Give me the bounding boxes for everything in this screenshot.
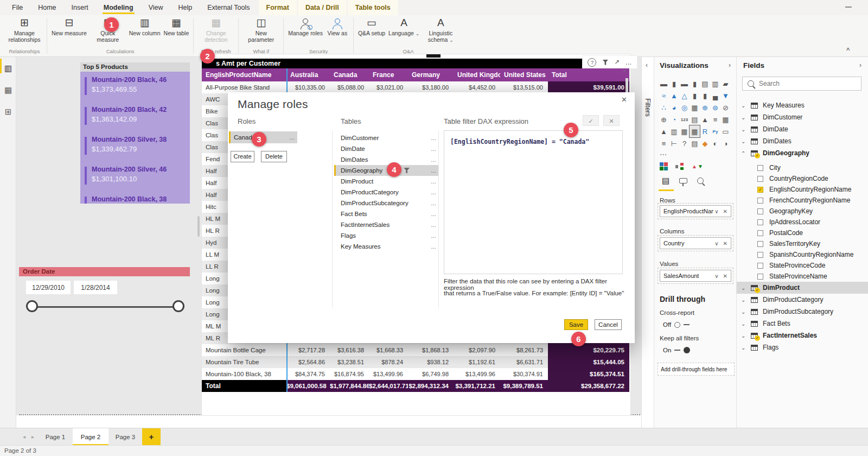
matrix-column-header-total[interactable]: Total — [548, 68, 629, 81]
100-stacked-bar-chart-icon[interactable]: ▤ — [700, 78, 710, 90]
matrix-column-header-germany[interactable]: Germany — [408, 68, 454, 81]
help-icon[interactable]: ? — [588, 58, 596, 67]
rows-field-pill[interactable]: EnglishProductName ∨ ✕ — [660, 205, 731, 217]
get-more-visuals-icon[interactable] — [660, 162, 668, 170]
build-fields-tab[interactable]: ▤ — [662, 176, 669, 186]
table-item-fact-bets[interactable]: Fact Bets… — [334, 208, 438, 219]
more-icon[interactable]: … — [431, 233, 438, 239]
funnel-chart-icon[interactable]: ▼ — [720, 90, 731, 102]
unchecked-checkbox[interactable] — [757, 274, 763, 280]
more-icon[interactable]: … — [431, 222, 438, 228]
clustered-bar-chart-icon[interactable]: ▬ — [679, 78, 690, 90]
delete-role-button[interactable]: Delete — [261, 151, 287, 162]
key-influencers-icon[interactable]: ◑ — [720, 137, 731, 149]
ribbon-tab-file[interactable]: File — [4, 0, 30, 15]
canvas-scrollbar[interactable] — [197, 216, 200, 237]
columns-field-pill[interactable]: Country ∨ ✕ — [660, 237, 731, 249]
treemap-icon[interactable]: ▦ — [690, 102, 700, 113]
fields-table-dimcustomer[interactable]: ⌄DimCustomer — [737, 111, 868, 123]
unchecked-checkbox[interactable] — [757, 198, 763, 204]
fields-table-dimproduct[interactable]: ⌄DimProduct — [737, 282, 868, 294]
manage-roles-button[interactable]: Manage roles — [286, 16, 324, 36]
field-item-city[interactable]: City — [737, 162, 868, 173]
save-button[interactable]: Save — [564, 319, 588, 330]
top5-list-item[interactable]: Mountain-200 Silver, 38$1,339,462.79 — [85, 136, 188, 157]
filled-map-icon[interactable]: ⊚ — [710, 102, 720, 113]
table-icon[interactable]: ▦ — [720, 113, 731, 125]
map-icon[interactable]: ⊕ — [700, 102, 710, 113]
matrix-column-header-united-kingdom[interactable]: United Kingdom — [454, 68, 500, 81]
field-dropdown-icon[interactable]: ∨ — [714, 240, 718, 246]
more-visuals-icon[interactable]: ⋯ — [660, 150, 668, 159]
unchecked-checkbox[interactable] — [757, 241, 763, 247]
fields-table-factinternetsales[interactable]: ⌄FactInternetSales — [737, 330, 868, 341]
fields-table-dimgeography[interactable]: ⌃DimGeography — [737, 147, 868, 159]
add-drill-through-fields-dropzone[interactable]: Add drill-through fields here — [658, 363, 735, 376]
unchecked-checkbox[interactable] — [757, 252, 763, 258]
more-icon[interactable]: … — [431, 157, 438, 163]
q-a-setup-button[interactable]: ▭Q&A setup — [356, 16, 387, 36]
collapse-fields-icon[interactable]: › — [859, 61, 861, 69]
matrix-row[interactable]: Mountain-100 Black, 38$84,374.75$16,874.… — [202, 368, 629, 380]
date-slider-track[interactable] — [33, 306, 180, 308]
chevron-down-icon[interactable]: ⌄ — [741, 103, 751, 109]
matrix-column-header-englishproductname[interactable]: EnglishProductName — [202, 68, 286, 81]
area-chart-icon[interactable]: ▲ — [669, 90, 679, 102]
expand-filters-icon[interactable]: ‹ — [646, 61, 648, 69]
slicer-start-date-input[interactable]: 12/29/2010 — [26, 281, 71, 294]
matrix-scroll-up-icon[interactable]: ^ — [623, 69, 626, 75]
line-and-clustered-column-chart-icon[interactable]: ▮ — [700, 90, 710, 102]
field-item-stateprovincename[interactable]: StateProvinceName — [737, 271, 868, 282]
previous-page-icon[interactable]: ◂ — [23, 428, 25, 446]
more-icon[interactable]: … — [431, 168, 438, 174]
validate-dax-icon[interactable]: ✓ — [583, 115, 599, 126]
pie-chart-icon[interactable]: ◕ — [669, 102, 679, 113]
arcgis-map-icon[interactable]: ◆ — [700, 137, 710, 149]
field-item-stateprovincecode[interactable]: StateProvinceCode — [737, 260, 868, 271]
matrix-row[interactable]: Mountain Bottle Cage$2,717.28$3,616.38$1… — [202, 344, 629, 356]
dax-expression-input[interactable] — [444, 130, 623, 274]
shape-map-icon[interactable]: ⊘ — [720, 102, 731, 113]
new-table-button[interactable]: ▦New table — [162, 16, 191, 36]
manage-relationships-button[interactable]: ⊞Manage relationships — [5, 16, 44, 43]
matrix-column-header-france[interactable]: France — [369, 68, 408, 81]
scatter-chart-icon[interactable]: ∴ — [659, 102, 669, 113]
more-icon[interactable]: … — [289, 135, 297, 141]
unchecked-checkbox[interactable] — [757, 208, 763, 214]
date-slider-handle-end[interactable] — [173, 300, 184, 312]
field-item-countryregioncode[interactable]: CountryRegionCode — [737, 173, 868, 184]
new-parameter-button[interactable]: ◫New parameter — [241, 16, 280, 43]
slicer-icon[interactable]: ≡ — [710, 113, 720, 125]
remove-field-icon[interactable]: ✕ — [719, 240, 731, 246]
linguistic-schema-button[interactable]: ALinguistic schema ⌄ — [421, 16, 460, 43]
chevron-up-icon[interactable]: ⌃ — [741, 150, 751, 156]
field-item-ipaddresslocator[interactable]: IpAddressLocator — [737, 217, 868, 227]
chevron-down-icon[interactable]: ⌄ — [741, 333, 751, 339]
focus-mode-icon[interactable]: ↗ — [614, 59, 619, 66]
chevron-down-icon[interactable]: ⌄ — [741, 309, 751, 315]
more-icon[interactable]: … — [431, 244, 438, 250]
matrix-icon[interactable]: ▦ — [690, 125, 700, 137]
ribbon-tab-home[interactable]: Home — [30, 0, 63, 15]
unchecked-checkbox[interactable] — [757, 230, 763, 236]
data-view-icon[interactable]: ▦ — [0, 82, 16, 98]
fields-table-flags[interactable]: ⌄Flags — [737, 341, 868, 353]
field-item-englishcountryregionname[interactable]: ✓EnglishCountryRegionName — [737, 184, 868, 195]
fields-table-dimproductcategory[interactable]: ⌄DimProductCategory — [737, 294, 868, 306]
minimize-icon[interactable] — [845, 7, 852, 8]
collapse-ribbon-icon[interactable]: ^ — [846, 47, 850, 53]
ribbon-tab-external-tools[interactable]: External Tools — [200, 0, 257, 15]
more-icon[interactable]: … — [431, 146, 438, 152]
top5-list-item[interactable]: Mountain-200 Black, 46$1,373,469.55 — [85, 76, 188, 98]
more-options-icon[interactable]: … — [626, 59, 632, 66]
field-item-frenchcountryregionname[interactable]: FrenchCountryRegionName — [737, 195, 868, 206]
table-item-dimproduct[interactable]: DimProduct… — [334, 176, 438, 187]
create-role-button[interactable]: Create — [231, 151, 254, 162]
chevron-down-icon[interactable]: ⌄ — [741, 285, 751, 291]
more-icon[interactable]: … — [431, 189, 438, 195]
page-tab-page-3[interactable]: Page 3 — [108, 428, 142, 446]
page-tab-page-2[interactable]: Page 2 — [73, 428, 108, 446]
fields-table-key-measures[interactable]: ⌄Key Measures — [737, 99, 868, 111]
table-item-dimdates[interactable]: DimDates… — [334, 154, 438, 165]
date-slider-handle-start[interactable] — [26, 300, 38, 312]
